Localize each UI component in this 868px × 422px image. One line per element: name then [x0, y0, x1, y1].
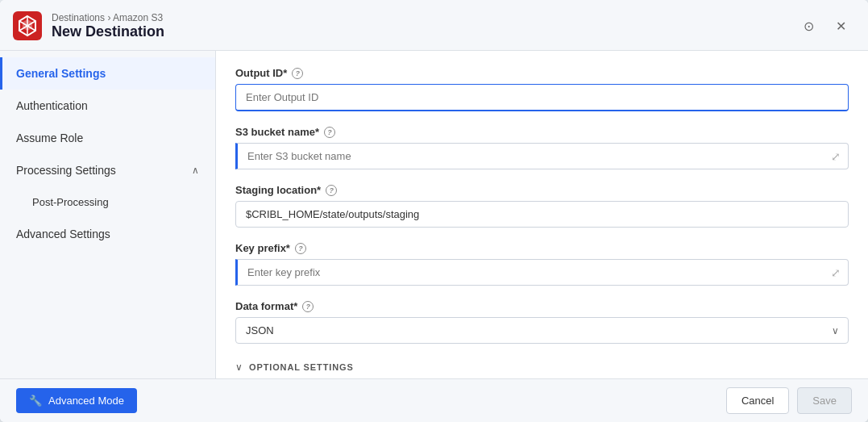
close-icon: ✕: [836, 19, 846, 34]
data-format-help-icon[interactable]: ?: [302, 301, 314, 312]
breadcrumb: Destinations › Amazon S3: [52, 12, 164, 23]
sidebar-item-assume-role[interactable]: Assume Role: [0, 122, 215, 154]
breadcrumb-part2: Amazon S3: [113, 12, 163, 23]
output-id-input[interactable]: [235, 84, 849, 111]
footer-right: Cancel Save: [726, 387, 852, 414]
sidebar-item-post-processing[interactable]: Post-Processing: [0, 186, 215, 218]
save-button[interactable]: Save: [797, 387, 852, 414]
staging-location-help-icon[interactable]: ?: [326, 185, 337, 196]
key-prefix-help-icon[interactable]: ?: [295, 243, 306, 254]
optional-settings-section: ∨ OPTIONAL SETTINGS: [235, 358, 849, 376]
key-prefix-label: Key prefix* ?: [235, 242, 849, 254]
output-id-help-icon[interactable]: ?: [292, 68, 303, 79]
s3-bucket-expand-icon[interactable]: ⤢: [831, 150, 841, 163]
key-prefix-input[interactable]: [235, 259, 849, 286]
sidebar: General Settings Authentication Assume R…: [0, 51, 216, 378]
optional-settings-chevron-icon: ∨: [235, 361, 243, 373]
output-id-group: Output ID* ?: [235, 67, 849, 111]
optional-settings-label: OPTIONAL SETTINGS: [249, 362, 354, 372]
sidebar-item-label: Advanced Settings: [16, 228, 110, 240]
advanced-mode-label: Advanced Mode: [48, 395, 124, 407]
staging-location-group: Staging location* ?: [235, 184, 849, 228]
sidebar-item-label: Processing Settings: [16, 164, 116, 177]
sidebar-item-general-settings[interactable]: General Settings: [0, 57, 215, 90]
output-id-label: Output ID* ?: [235, 67, 849, 79]
optional-settings-header[interactable]: ∨ OPTIONAL SETTINGS: [235, 358, 849, 376]
data-format-label: Data format* ?: [235, 300, 849, 312]
help-button[interactable]: ⊙: [797, 15, 820, 37]
breadcrumb-part1: Destinations: [52, 12, 105, 23]
new-destination-modal: Destinations › Amazon S3 New Destination…: [0, 0, 868, 422]
main-content: Output ID* ? S3 bucket name* ? ⤢: [216, 51, 868, 378]
sidebar-item-label: Authentication: [16, 99, 88, 112]
s3-bucket-input[interactable]: [235, 143, 849, 169]
data-format-select[interactable]: JSON Raw Parquet: [235, 317, 849, 344]
sidebar-item-label: General Settings: [16, 67, 106, 80]
close-button[interactable]: ✕: [829, 15, 852, 37]
processing-settings-chevron-icon: ∧: [192, 165, 199, 176]
header-titles: Destinations › Amazon S3 New Destination: [52, 12, 164, 40]
sidebar-item-processing-settings[interactable]: Processing Settings ∧: [0, 154, 215, 186]
data-format-select-wrapper: JSON Raw Parquet ∨: [235, 317, 849, 344]
data-format-group: Data format* ? JSON Raw Parquet ∨: [235, 300, 849, 344]
staging-location-label: Staging location* ?: [235, 184, 849, 196]
s3-bucket-group: S3 bucket name* ? ⤢: [235, 126, 849, 169]
sidebar-item-authentication[interactable]: Authentication: [0, 90, 215, 122]
cancel-button[interactable]: Cancel: [726, 387, 789, 414]
key-prefix-input-wrapper: ⤢: [235, 259, 849, 286]
wrench-icon: 🔧: [29, 395, 42, 407]
s3-bucket-help-icon[interactable]: ?: [324, 127, 335, 138]
key-prefix-group: Key prefix* ? ⤢: [235, 242, 849, 286]
app-logo-icon: [13, 11, 42, 40]
breadcrumb-separator: ›: [107, 12, 110, 23]
help-circle-icon: ⊙: [804, 19, 814, 34]
modal-footer: 🔧 Advanced Mode Cancel Save: [0, 378, 868, 422]
s3-bucket-input-wrapper: ⤢: [235, 143, 849, 169]
staging-location-input[interactable]: [235, 201, 849, 228]
sidebar-item-advanced-settings[interactable]: Advanced Settings: [0, 218, 215, 250]
header-left: Destinations › Amazon S3 New Destination: [13, 11, 164, 40]
s3-bucket-label: S3 bucket name* ?: [235, 126, 849, 138]
sidebar-item-label: Post-Processing: [32, 196, 109, 208]
advanced-mode-button[interactable]: 🔧 Advanced Mode: [16, 388, 137, 413]
sidebar-item-label: Assume Role: [16, 132, 83, 144]
header-actions: ⊙ ✕: [797, 15, 852, 37]
modal-header: Destinations › Amazon S3 New Destination…: [0, 0, 868, 51]
modal-title: New Destination: [52, 23, 164, 40]
key-prefix-expand-icon[interactable]: ⤢: [831, 266, 841, 279]
modal-body: General Settings Authentication Assume R…: [0, 51, 868, 378]
